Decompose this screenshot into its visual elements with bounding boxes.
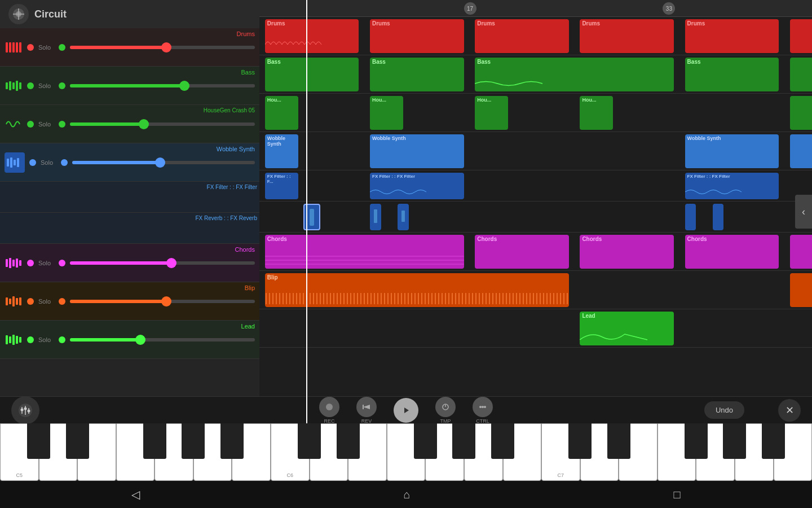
close-button[interactable]: ✕ <box>778 399 801 422</box>
transport-ctrl[interactable]: CTRL <box>473 397 493 424</box>
seq-block-house-4[interactable]: Hou... <box>580 96 613 130</box>
track-slider-drums[interactable] <box>70 46 255 49</box>
black-key-Ds7[interactable] <box>607 423 630 459</box>
black-key-Cs7[interactable] <box>568 423 592 459</box>
seq-block-bass-2[interactable]: Bass <box>370 58 464 91</box>
mixer-button[interactable] <box>11 396 39 424</box>
transport-rec[interactable]: REC <box>319 397 339 424</box>
transport-play[interactable] <box>394 398 418 423</box>
seq-block-chords-2[interactable]: Chords <box>475 235 569 269</box>
seq-block-reverb-5[interactable] <box>713 204 724 230</box>
seq-block-reverb-3[interactable] <box>398 204 409 230</box>
seq-block-bass-3[interactable]: Bass <box>475 58 674 91</box>
seq-block-drums-4[interactable]: Drums <box>580 19 674 53</box>
black-key-Fs5[interactable] <box>143 423 166 459</box>
seq-block-house-3[interactable]: Hou... <box>475 96 508 130</box>
seq-row-lead: Lead <box>259 309 812 348</box>
seq-block-drums-6[interactable] <box>790 19 812 53</box>
black-key-Ds5[interactable] <box>66 423 89 459</box>
seq-block-reverb-4[interactable] <box>685 204 696 230</box>
seq-block-chords-4[interactable]: Chords <box>685 235 779 269</box>
svg-marker-49 <box>363 405 370 409</box>
black-key-Ds6[interactable] <box>337 423 360 459</box>
track-solo-drums[interactable]: Solo <box>38 44 54 51</box>
transport-rev[interactable]: REV <box>356 397 377 424</box>
seq-block-bass-4[interactable]: Bass <box>685 58 779 91</box>
track-solo-house[interactable]: Solo <box>38 121 54 128</box>
track-solo-bass[interactable]: Solo <box>38 82 54 89</box>
track-slider-wobble[interactable] <box>72 161 255 164</box>
seq-block-blip-2[interactable] <box>790 273 812 307</box>
track-mute-lead[interactable] <box>27 336 34 343</box>
seq-block-fx-2[interactable]: FX Filter : : FX Filter <box>370 173 464 199</box>
track-slider-house[interactable] <box>70 122 255 126</box>
track-solo-lead[interactable]: Solo <box>38 336 54 343</box>
track-mute-bass[interactable] <box>27 82 34 89</box>
track-slider-chords[interactable] <box>70 261 255 265</box>
track-slider-bass[interactable] <box>70 84 255 87</box>
seq-block-blip-1[interactable]: Blip <box>265 273 569 307</box>
black-key-As5[interactable] <box>220 423 244 459</box>
track-mute-blip[interactable] <box>27 298 34 305</box>
collapse-button[interactable]: ‹ <box>795 195 812 229</box>
black-key-Gs5[interactable] <box>182 423 205 459</box>
track-vol-wobble[interactable] <box>61 159 68 166</box>
seq-block-chords-1[interactable]: Chords <box>265 235 464 269</box>
seq-block-bass-5[interactable] <box>790 58 812 91</box>
svg-rect-26 <box>16 298 18 305</box>
track-mute-house[interactable] <box>27 121 34 128</box>
track-name-fx: FX Filter : : FX Filter <box>207 184 257 190</box>
track-vol-blip[interactable] <box>59 298 65 305</box>
app-title: Circuit <box>34 8 67 20</box>
seq-block-drums-1[interactable]: Drums <box>265 19 359 53</box>
seq-block-fx-3[interactable]: FX Filter : : FX Filter <box>685 173 779 199</box>
seq-block-lead-1[interactable]: Lead <box>580 312 674 345</box>
track-slider-blip[interactable] <box>70 300 255 303</box>
track-mute-drums[interactable] <box>27 44 34 51</box>
track-vol-chords[interactable] <box>59 260 65 266</box>
black-key-As6[interactable] <box>491 423 514 459</box>
seq-block-fx-1[interactable]: FX Filter : : F... <box>265 173 298 199</box>
track-vol-house[interactable] <box>59 121 65 128</box>
track-solo-wobble[interactable]: Solo <box>41 159 56 166</box>
svg-rect-40 <box>265 290 569 307</box>
seq-block-drums-5[interactable]: Drums <box>685 19 779 53</box>
seq-block-reverb-2[interactable] <box>370 204 381 230</box>
seq-block-bass-1[interactable]: Bass <box>265 58 359 91</box>
seq-block-reverb-1[interactable] <box>303 204 320 230</box>
app-logo[interactable] <box>8 4 29 24</box>
track-mute-chords[interactable] <box>27 260 34 266</box>
black-key-Gs7[interactable] <box>723 423 746 459</box>
black-key-Cs5[interactable] <box>27 423 50 459</box>
seq-block-drums-2[interactable]: Drums <box>370 19 464 53</box>
track-slider-lead[interactable] <box>70 338 255 341</box>
black-key-Fs7[interactable] <box>685 423 708 459</box>
black-key-Cs6[interactable] <box>298 423 321 459</box>
track-vol-drums[interactable] <box>59 44 65 51</box>
track-mute-wobble[interactable] <box>29 159 36 166</box>
seq-block-house-2[interactable]: Hou... <box>370 96 403 130</box>
seq-block-house-5[interactable] <box>790 96 812 130</box>
track-vol-bass[interactable] <box>59 82 65 89</box>
transport-tmp[interactable]: TMP <box>435 397 456 424</box>
seq-block-chords-3[interactable]: Chords <box>580 235 674 269</box>
black-key-As7[interactable] <box>762 423 785 459</box>
track-solo-chords[interactable]: Solo <box>38 260 54 266</box>
seq-block-drums-3[interactable]: Drums <box>475 19 569 53</box>
track-row-bass: Solo Bass <box>0 67 259 105</box>
black-key-Fs6[interactable] <box>414 423 437 459</box>
back-button[interactable]: ◁ <box>131 488 140 501</box>
black-key-Gs6[interactable] <box>452 423 475 459</box>
seq-block-chords-5[interactable] <box>790 235 812 269</box>
track-vol-lead[interactable] <box>59 336 65 343</box>
seq-block-wobble-2[interactable]: Wobble Synth <box>370 134 464 168</box>
undo-button[interactable]: Undo <box>704 401 744 419</box>
track-solo-blip[interactable]: Solo <box>38 298 54 305</box>
seq-block-wobble-1[interactable]: Wobble Synth <box>265 134 298 168</box>
recents-button[interactable]: □ <box>673 488 680 501</box>
seq-block-house-1[interactable]: Hou... <box>265 96 298 130</box>
home-button[interactable]: ⌂ <box>403 488 410 501</box>
svg-rect-15 <box>10 157 12 168</box>
seq-block-wobble-3[interactable]: Wobble Synth <box>685 134 779 168</box>
seq-block-wobble-4[interactable] <box>790 134 812 168</box>
